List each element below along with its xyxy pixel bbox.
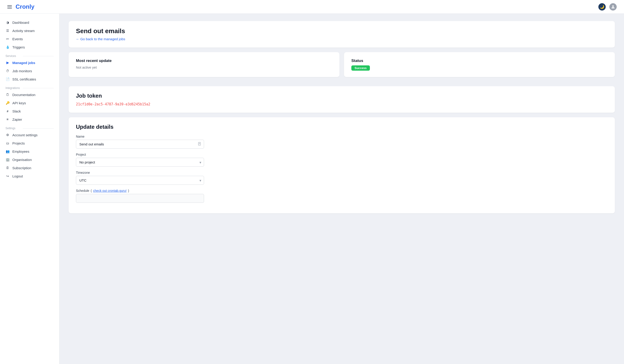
sidebar-item-label: Documentation <box>12 93 35 97</box>
schedule-label: Schedule <box>76 189 89 193</box>
sidebar-item-label: Slack <box>12 109 21 113</box>
theme-toggle-button[interactable]: 🌙 <box>598 3 606 11</box>
managed-jobs-icon: ▶ <box>5 61 10 65</box>
sidebar-item-label: Dashboard <box>12 21 29 24</box>
user-menu-button[interactable] <box>609 3 617 11</box>
update-details-card: Update details Name Project No project ▾ <box>69 117 615 213</box>
name-input-icon <box>198 142 201 146</box>
page-title: Send out emails <box>76 27 607 35</box>
topnav-right: 🌙 <box>598 3 617 11</box>
name-input-wrapper <box>76 140 204 149</box>
job-token-title: Job token <box>76 93 607 99</box>
menu-button[interactable] <box>7 5 12 8</box>
timezone-input-wrapper: UTC ▾ <box>76 176 204 185</box>
main-content: Send out emails ← Go back to the managed… <box>59 14 624 364</box>
sidebar-item-label: SSL certificates <box>12 77 36 81</box>
documentation-icon: 🗒 <box>5 93 10 97</box>
slack-icon: # <box>5 109 10 113</box>
zapier-icon: ✳ <box>5 117 10 121</box>
sidebar-item-dashboard[interactable]: ◑ Dashboard <box>0 18 59 26</box>
most-recent-value: Not active yet <box>76 65 332 69</box>
account-settings-icon: ⚙ <box>5 133 10 137</box>
project-select-icon: ▾ <box>200 160 201 164</box>
timezone-form-group: Timezone UTC ▾ <box>76 171 607 185</box>
sidebar-item-label: API keys <box>12 101 26 105</box>
status-row: Most recent update Not active yet Status… <box>69 52 615 82</box>
sidebar-item-label: Zapier <box>12 118 22 121</box>
topnav-left: Cronly <box>7 3 34 10</box>
job-token-card: Job token 21cf1d0e-2ac5-4787-9a39-e3d624… <box>69 86 615 113</box>
sidebar-item-triggers[interactable]: 💧 Triggers <box>0 43 59 51</box>
sidebar-item-label: Logout <box>12 174 23 178</box>
sidebar-item-label: Organisation <box>12 158 32 162</box>
sidebar-item-label: Subscription <box>12 166 31 170</box>
triggers-icon: 💧 <box>5 45 10 49</box>
back-link[interactable]: ← Go back to the managed jobs <box>76 37 125 41</box>
layout: ◑ Dashboard ☰ Activity stream ≔ Events 💧… <box>0 14 624 364</box>
sidebar-item-activity-stream[interactable]: ☰ Activity stream <box>0 26 59 35</box>
most-recent-label: Most recent update <box>76 59 332 63</box>
most-recent-card: Most recent update Not active yet <box>69 52 339 77</box>
sidebar: ◑ Dashboard ☰ Activity stream ≔ Events 💧… <box>0 14 59 364</box>
sidebar-item-organisation[interactable]: 🏢 Organisation <box>0 155 59 164</box>
settings-section-label: Settings <box>5 127 21 130</box>
sidebar-item-subscription[interactable]: 🗓 Subscription <box>0 164 59 172</box>
employees-icon: 👥 <box>5 149 10 153</box>
schedule-label-row: Schedule ( check out crontab.guru! ) <box>76 189 607 193</box>
sidebar-item-employees[interactable]: 👥 Employees <box>0 147 59 155</box>
sidebar-item-label: Employees <box>12 149 29 153</box>
sidebar-item-label: Events <box>12 37 23 41</box>
services-section-label: Services <box>5 54 21 58</box>
schedule-form-group: Schedule ( check out crontab.guru! ) <box>76 189 607 203</box>
subscription-icon: 🗓 <box>5 166 10 170</box>
sidebar-item-managed-jobs[interactable]: ▶ Managed jobs <box>0 59 59 67</box>
timezone-label: Timezone <box>76 171 607 174</box>
app-title: Cronly <box>16 3 34 10</box>
topnav: Cronly 🌙 <box>0 0 624 14</box>
sidebar-item-label: Activity stream <box>12 29 35 33</box>
sidebar-item-ssl-certificates[interactable]: 📄 SSL certificates <box>0 75 59 83</box>
sidebar-item-zapier[interactable]: ✳ Zapier <box>0 115 59 123</box>
events-icon: ≔ <box>5 37 10 41</box>
sidebar-item-label: Job monitors <box>12 69 32 73</box>
sidebar-item-account-settings[interactable]: ⚙ Account settings <box>0 131 59 139</box>
sidebar-item-projects[interactable]: 🗂 Projects <box>0 139 59 147</box>
ssl-icon: 📄 <box>5 77 10 81</box>
crontab-link[interactable]: check out crontab.guru! <box>93 189 127 193</box>
sidebar-item-label: Triggers <box>12 45 25 49</box>
schedule-label-paren-close: ) <box>128 189 129 193</box>
project-input-wrapper: No project ▾ <box>76 158 204 167</box>
update-details-title: Update details <box>76 124 607 130</box>
status-badge: Success <box>351 65 370 71</box>
job-monitors-icon: ⏱ <box>5 69 10 73</box>
sidebar-item-documentation[interactable]: 🗒 Documentation <box>0 91 59 99</box>
integrations-section-label: Integrations <box>5 86 21 90</box>
sidebar-item-label: Account settings <box>12 133 37 137</box>
project-select[interactable]: No project <box>76 158 204 167</box>
timezone-select[interactable]: UTC <box>76 176 204 185</box>
projects-icon: 🗂 <box>5 141 10 145</box>
timezone-select-icon: ▾ <box>200 178 201 182</box>
sidebar-item-label: Projects <box>12 141 25 145</box>
sidebar-item-job-monitors[interactable]: ⏱ Job monitors <box>0 67 59 75</box>
sidebar-item-events[interactable]: ≔ Events <box>0 35 59 43</box>
sidebar-item-api-keys[interactable]: 🔑 API keys <box>0 99 59 107</box>
project-label: Project <box>76 153 607 156</box>
logout-icon: ↪ <box>5 174 10 178</box>
schedule-input[interactable] <box>76 194 204 203</box>
api-keys-icon: 🔑 <box>5 101 10 105</box>
organisation-icon: 🏢 <box>5 158 10 162</box>
page-header-card: Send out emails ← Go back to the managed… <box>69 21 615 48</box>
status-card: Status Success <box>344 52 615 77</box>
status-label: Status <box>351 59 607 63</box>
name-label: Name <box>76 135 607 138</box>
name-form-group: Name <box>76 135 607 149</box>
name-input[interactable] <box>76 140 204 149</box>
schedule-label-paren-open: ( <box>91 189 92 193</box>
token-value[interactable]: 21cf1d0e-2ac5-4787-9a39-e3d6245b15a2 <box>76 102 150 106</box>
sidebar-item-slack[interactable]: # Slack <box>0 107 59 115</box>
schedule-input-wrapper <box>76 194 204 203</box>
dashboard-icon: ◑ <box>5 20 10 24</box>
project-form-group: Project No project ▾ <box>76 153 607 167</box>
sidebar-item-logout[interactable]: ↪ Logout <box>0 172 59 180</box>
